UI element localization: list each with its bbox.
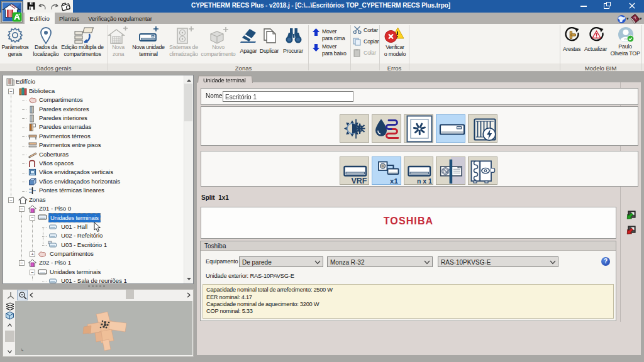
svg-text:VRF: VRF	[352, 177, 367, 185]
svg-text:n x 1: n x 1	[417, 177, 432, 185]
svg-text:x1: x1	[390, 177, 398, 185]
